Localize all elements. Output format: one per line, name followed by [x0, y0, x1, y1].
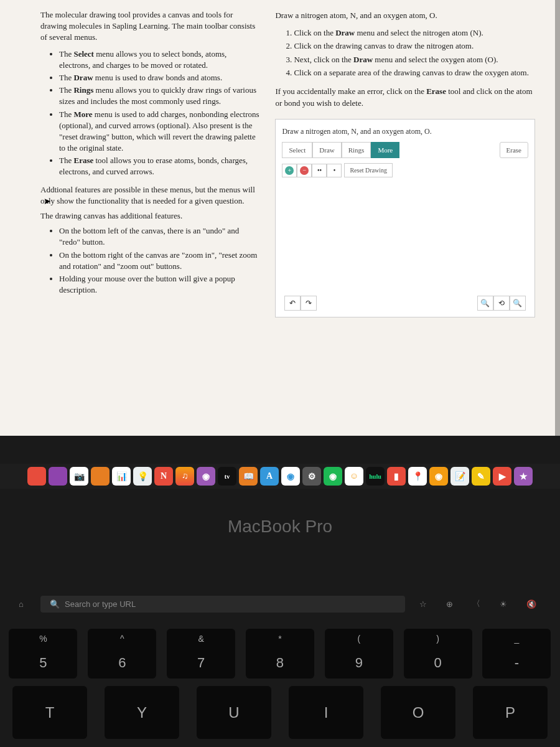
- dock-music-icon[interactable]: ♫: [175, 467, 194, 486]
- dock-app-5[interactable]: 💡: [133, 467, 152, 486]
- drawing-canvas[interactable]: [282, 177, 528, 296]
- key--[interactable]: _-: [482, 629, 551, 679]
- dock-podcast-icon[interactable]: ◉: [197, 467, 215, 486]
- canvas-features-intro: The drawing canvas has additional featur…: [40, 210, 259, 222]
- bullet-item: The Select menu allows you to select bon…: [59, 49, 259, 71]
- touchbar-home-icon[interactable]: ⌂: [19, 599, 31, 609]
- bullet-item: Holding your mouse over the button will …: [59, 273, 259, 296]
- dock-app-7[interactable]: ▮: [387, 467, 406, 486]
- reset-drawing-button[interactable]: Reset Drawing: [344, 163, 393, 177]
- dock-news-icon[interactable]: N: [154, 467, 173, 486]
- dock-maps-icon[interactable]: 📍: [408, 467, 427, 486]
- step-list: Click on the Draw menu and select the ni…: [275, 27, 535, 79]
- touchbar-brightness-icon[interactable]: ☀: [495, 597, 512, 611]
- app-window: ➤ The molecular drawing tool provides a …: [0, 0, 560, 436]
- instructions-left: The molecular drawing tool provides a ca…: [6, 9, 269, 426]
- step-item: Click on the drawing canvas to draw the …: [294, 40, 535, 52]
- bullet-item: The Draw menu is used to draw bonds and …: [59, 72, 259, 83]
- dock-appstore-icon[interactable]: A: [260, 467, 279, 486]
- remove-charge-button[interactable]: −: [297, 164, 312, 177]
- bullet-item: On the bottom left of the canvas, there …: [59, 225, 259, 248]
- add-charge-button[interactable]: +: [282, 164, 297, 177]
- search-icon: 🔍: [50, 599, 60, 609]
- dock-app-8[interactable]: ◉: [429, 467, 448, 486]
- single-electron-button[interactable]: •: [327, 164, 342, 177]
- touch-bar[interactable]: ⌂ 🔍 Search or type URL ☆ ⊕ 〈 ☀ 🔇: [0, 591, 560, 616]
- laptop-model-label: MacBook Pro: [0, 517, 560, 537]
- erase-button[interactable]: Erase: [500, 142, 528, 159]
- cursor-icon: ➤: [44, 196, 51, 207]
- touchbar-newtab-icon[interactable]: ⊕: [441, 597, 458, 611]
- menu-bullets: The Select menu allows you to select bon…: [40, 49, 259, 178]
- bullet-item: The Rings menu allows you to quickly dra…: [59, 85, 259, 107]
- key-6[interactable]: ^6: [88, 629, 156, 679]
- key-T[interactable]: T: [12, 686, 87, 739]
- rings-tab[interactable]: Rings: [342, 142, 371, 159]
- dock-youtube-icon[interactable]: ▶: [493, 467, 511, 486]
- key-U[interactable]: U: [197, 686, 271, 739]
- dock-notes-icon[interactable]: 📝: [450, 467, 469, 486]
- canvas-title: Draw a nitrogen atom, N, and an oxygen a…: [282, 126, 528, 137]
- canvas-bullets: On the bottom left of the canvas, there …: [40, 225, 259, 296]
- touchbar-back-icon[interactable]: 〈: [467, 596, 485, 612]
- step-item: Click on a separate area of the drawing …: [294, 67, 535, 79]
- drawing-canvas-panel: Draw a nitrogen atom, N, and an oxygen a…: [275, 119, 535, 318]
- reset-zoom-button[interactable]: ⟲: [493, 296, 510, 311]
- dock-app-1[interactable]: [27, 467, 46, 486]
- dock-books-icon[interactable]: 📖: [239, 467, 258, 486]
- more-tab[interactable]: More: [371, 142, 399, 159]
- additional-note: Addtional features are possible in these…: [40, 184, 259, 207]
- macos-dock[interactable]: 📷 📊 💡 N ♫ ◉ tv 📖 A ◉ ⚙ ◉ ☺ hulu ▮ 📍 ◉ 📝 …: [0, 464, 560, 489]
- key-P[interactable]: P: [473, 686, 548, 739]
- dock-spotify-icon[interactable]: ◉: [324, 467, 342, 486]
- zoom-out-button[interactable]: 🔍: [510, 296, 526, 311]
- key-9[interactable]: (9: [325, 629, 393, 679]
- key-Y[interactable]: Y: [105, 686, 179, 739]
- step-item: Next, click on the Draw menu and select …: [294, 54, 535, 66]
- search-placeholder: Search or type URL: [65, 599, 136, 609]
- error-note: If you accidentally make an error, click…: [275, 85, 535, 110]
- dock-app-9[interactable]: ✎: [472, 467, 490, 486]
- dock-safari-icon[interactable]: ◉: [281, 467, 300, 486]
- dock-hulu-icon[interactable]: hulu: [366, 467, 385, 486]
- keyboard: %5^6&7*8(9)0_- TYUIOP: [0, 629, 560, 746]
- key-0[interactable]: )0: [404, 629, 472, 679]
- bullet-item: The Erase tool allows you to erase atoms…: [59, 155, 259, 177]
- draw-tab[interactable]: Draw: [312, 142, 341, 159]
- key-7[interactable]: &7: [167, 629, 235, 679]
- instructions-right: Draw a nitrogen atom, N, and an oxygen a…: [269, 9, 554, 426]
- key-O[interactable]: O: [381, 686, 455, 739]
- intro-text: The molecular drawing tool provides a ca…: [40, 9, 259, 44]
- dock-app-2[interactable]: [49, 467, 67, 486]
- canvas-toolbar: Select Draw Rings More Erase: [282, 142, 528, 159]
- touchbar-search[interactable]: 🔍 Search or type URL: [40, 596, 405, 613]
- zoom-in-button[interactable]: 🔍: [477, 296, 493, 311]
- dock-app-3[interactable]: 📷: [70, 467, 88, 486]
- touchbar-mute-icon[interactable]: 🔇: [521, 597, 541, 611]
- dock-app-4[interactable]: [91, 467, 110, 486]
- dock-tv-icon[interactable]: tv: [218, 467, 236, 486]
- bullet-item: The More menu is used to add charges, no…: [59, 109, 259, 154]
- key-5[interactable]: %5: [9, 629, 77, 679]
- dock-app-10[interactable]: ★: [514, 467, 533, 486]
- dock-chart-icon[interactable]: 📊: [112, 467, 131, 486]
- canvas-bottom-bar: ↶ ↷ 🔍 ⟲ 🔍: [282, 296, 528, 311]
- undo-button[interactable]: ↶: [284, 296, 301, 311]
- key-I[interactable]: I: [289, 686, 363, 739]
- lone-pair-button[interactable]: ••: [312, 164, 327, 177]
- subtool-row: + − •• • Reset Drawing: [282, 163, 528, 177]
- step-item: Click on the Draw menu and select the ni…: [294, 27, 535, 39]
- touchbar-star-icon[interactable]: ☆: [414, 597, 432, 611]
- task-instruction: Draw a nitrogen atom, N, and an oxygen a…: [275, 9, 535, 22]
- redo-button[interactable]: ↷: [301, 296, 317, 311]
- bullet-item: On the bottom right of the canvas are "z…: [59, 250, 259, 272]
- dock-app-6[interactable]: ☺: [345, 467, 363, 486]
- select-tab[interactable]: Select: [282, 142, 312, 159]
- dock-settings-icon[interactable]: ⚙: [302, 467, 321, 486]
- key-8[interactable]: *8: [246, 629, 314, 679]
